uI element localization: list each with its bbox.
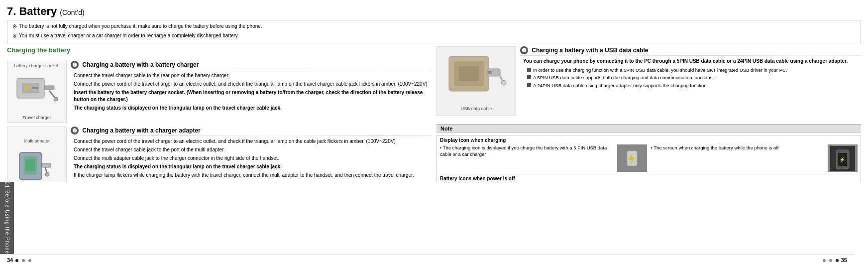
svg-rect-15: [459, 66, 479, 81]
phone-off-charging-image: ⚡: [828, 144, 858, 172]
svg-line-5: [49, 91, 55, 98]
sub-step-3-2: A 5PIN USB data cable supports both the …: [527, 74, 861, 81]
usb-cable-image: USB data cable: [436, 46, 516, 116]
svg-point-6: [54, 97, 58, 101]
note-item-2: ※ You must use a travel charger or a car…: [12, 32, 856, 40]
svg-point-19: [501, 80, 506, 85]
display-icon-section: Display icon when charging • The chargin…: [440, 137, 858, 172]
step-1-4: The charging status is displayed on the …: [74, 105, 432, 112]
svg-point-3: [24, 86, 29, 91]
svg-rect-17: [488, 71, 492, 74]
section1: battery charger socket.: [7, 61, 432, 123]
step-2-5: If the charger lamp flickers while charg…: [74, 172, 432, 179]
note-section: Note Display icon when charging • The ch…: [436, 124, 861, 182]
step-2-3: Connect the multi adapter cable jack to …: [74, 155, 432, 162]
svg-rect-9: [25, 159, 35, 171]
sub-step-3-3: A 24PIN USB data cable using charger ada…: [527, 82, 861, 89]
svg-text:⚡: ⚡: [839, 156, 846, 163]
svg-rect-2: [44, 86, 54, 90]
page-numbers: 34 35: [0, 255, 854, 265]
top-notes: ※ The battery is not fully charged when …: [7, 20, 861, 43]
step-1-3: Insert the battery to the battery charge…: [74, 89, 432, 103]
charger-adapter-image: Multi adpater T: [7, 127, 67, 182]
sub-step-3-1: In order to use the charging function wi…: [527, 67, 861, 73]
step-2-2: Connect the travel charger cable jack to…: [74, 146, 432, 153]
step-1-2: Connect the power cord of the travel cha…: [74, 81, 432, 88]
section3: USB data cable ❸ Charging a battery with…: [436, 46, 861, 116]
step-2-1: Connect the power cord of the travel cha…: [74, 138, 432, 145]
note-item-1: ※ The battery is not fully charged when …: [12, 22, 856, 31]
section3-intro: You can charge your phone by connecting …: [523, 58, 861, 65]
battery-icons-section: Battery icons when power is off • Chargi…: [440, 174, 858, 182]
svg-line-18: [499, 74, 503, 81]
charging-battery-title: Charging the battery: [7, 46, 432, 54]
battery-charger-image: battery charger socket.: [7, 61, 67, 123]
svg-rect-4: [32, 87, 38, 89]
sidebar: 01 Before Using the Phone: [0, 182, 14, 254]
svg-rect-10: [42, 163, 51, 167]
charging-icon-image: [617, 144, 647, 172]
step-2-4: The charging status is displayed on the …: [74, 163, 432, 170]
step-1-1: Connect the travel charger cable to the …: [74, 72, 432, 79]
svg-point-12: [45, 172, 49, 176]
section2: Multi adpater T: [7, 127, 432, 182]
page-title: 7. Battery (Cont'd): [7, 5, 861, 18]
